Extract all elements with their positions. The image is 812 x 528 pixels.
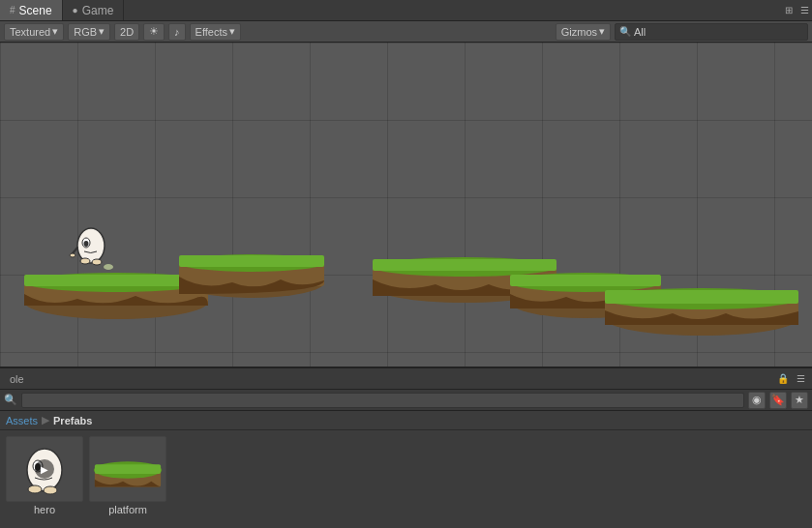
audio-button[interactable]: ♪ — [168, 23, 186, 41]
effects-arrow-icon: ▾ — [229, 25, 235, 38]
bottom-menu-icon[interactable]: ☰ — [794, 373, 808, 384]
svg-rect-19 — [605, 290, 798, 304]
asset-search-input[interactable] — [21, 393, 744, 408]
assets-grid: ▶ hero platform — [0, 430, 812, 521]
eye-icon: ◉ — [752, 394, 762, 406]
textured-label: Textured — [10, 26, 50, 38]
svg-rect-11 — [373, 259, 556, 271]
svg-point-22 — [84, 241, 89, 247]
breadcrumb-separator: ▶ — [42, 414, 49, 426]
svg-point-24 — [92, 259, 102, 265]
svg-rect-7 — [179, 255, 324, 267]
bottom-window-controls: 🔒 ☰ — [774, 373, 808, 384]
breadcrumb: Assets ▶ Prefabs — [0, 411, 812, 430]
gizmos-label: Gizmos — [561, 26, 597, 38]
view-2d-button[interactable]: 2D — [114, 23, 139, 41]
asset-label-platform: platform — [108, 504, 147, 515]
game-tab-label: Game — [82, 4, 114, 17]
game-tab-icon: ● — [73, 5, 78, 15]
svg-point-20 — [77, 228, 105, 263]
speaker-icon: ♪ — [174, 26, 180, 38]
textured-dropdown[interactable]: Textured ▾ — [4, 23, 64, 41]
gizmos-dropdown[interactable]: Gizmos ▾ — [556, 23, 611, 41]
effects-dropdown[interactable]: Effects ▾ — [190, 23, 241, 41]
window-controls: ⊞ ☰ — [782, 5, 812, 15]
star-button[interactable]: ★ — [791, 392, 808, 409]
view-2d-label: 2D — [120, 26, 134, 38]
search-field-icon: 🔍 — [4, 394, 17, 406]
svg-point-31 — [28, 485, 42, 493]
bottom-panel: ole 🔒 ☰ 🔍 ◉ 🔖 ★ Assets ▶ Prefabs — [0, 367, 812, 528]
rgb-label: RGB — [74, 26, 97, 38]
play-overlay-hero[interactable]: ▶ — [35, 459, 54, 479]
textured-arrow-icon: ▾ — [52, 25, 58, 38]
bookmark-icon: 🔖 — [771, 394, 785, 406]
asset-item-hero[interactable]: ▶ hero — [6, 436, 83, 515]
svg-rect-15 — [510, 275, 661, 286]
asset-label-hero: hero — [34, 504, 55, 515]
effects-label: Effects — [195, 26, 227, 38]
bookmark-button[interactable]: 🔖 — [769, 392, 787, 409]
console-toolbar: ole 🔒 ☰ — [0, 368, 812, 390]
asset-thumb-hero[interactable]: ▶ — [6, 436, 83, 502]
platform-thumb-image — [90, 443, 165, 496]
sun-button[interactable]: ☀ — [143, 23, 165, 41]
svg-point-23 — [80, 258, 90, 264]
tab-game[interactable]: ● Game — [63, 0, 125, 20]
scene-tab-label: Scene — [19, 4, 52, 17]
asset-thumb-platform[interactable] — [89, 436, 166, 502]
breadcrumb-root[interactable]: Assets — [6, 415, 38, 426]
tab-scene[interactable]: # Scene — [0, 0, 63, 20]
sun-icon: ☀ — [149, 25, 159, 38]
star-icon: ★ — [795, 394, 804, 406]
bottom-search-bar: 🔍 ◉ 🔖 ★ — [0, 390, 812, 411]
platform-2 — [179, 254, 324, 298]
hero-character — [70, 228, 105, 265]
search-all-label: All — [634, 26, 646, 38]
search-all-field[interactable]: 🔍 All — [615, 23, 808, 41]
svg-line-25 — [73, 248, 77, 253]
platform-5 — [605, 288, 798, 336]
scene-toolbar: Textured ▾ RGB ▾ 2D ☀ ♪ Effects ▾ Gizmos… — [0, 21, 812, 43]
scene-game-tabs: # Scene ● Game ⊞ ☰ — [0, 0, 812, 21]
console-label: ole — [4, 373, 30, 385]
scene-tab-icon: # — [10, 5, 15, 15]
gizmos-arrow-icon: ▾ — [599, 25, 605, 38]
scene-viewport[interactable] — [0, 43, 812, 367]
svg-rect-35 — [95, 464, 161, 474]
eye-button[interactable]: ◉ — [748, 392, 766, 409]
svg-point-26 — [70, 253, 75, 257]
asset-item-platform[interactable]: platform — [89, 436, 166, 515]
rgb-dropdown[interactable]: RGB ▾ — [68, 23, 110, 41]
svg-point-32 — [44, 486, 57, 494]
breadcrumb-current: Prefabs — [53, 415, 92, 426]
scene-content — [0, 43, 812, 367]
search-icon: 🔍 — [619, 26, 631, 37]
window-maximize-icon[interactable]: ⊞ — [782, 5, 796, 15]
lock-icon[interactable]: 🔒 — [774, 373, 792, 384]
svg-point-27 — [104, 264, 113, 270]
window-menu-icon[interactable]: ☰ — [797, 5, 812, 15]
rgb-arrow-icon: ▾ — [99, 25, 105, 38]
